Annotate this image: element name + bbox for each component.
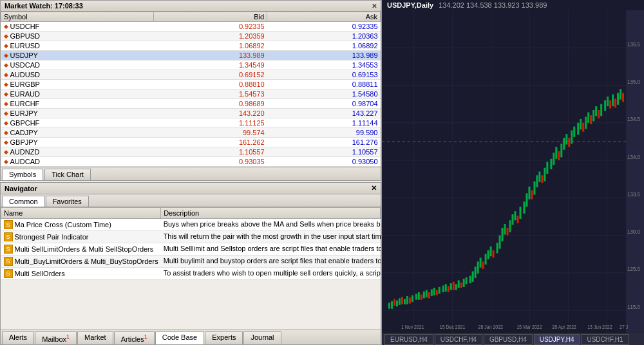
market-watch-row[interactable]: ◆ USDCHF 0.92335 0.92335 (1, 22, 381, 32)
symbol-name: AUDNZD (10, 148, 40, 156)
svg-rect-59 (460, 283, 462, 288)
svg-text:134.0: 134.0 (627, 153, 640, 160)
market-watch-row[interactable]: ◆ EURUSD 1.06892 1.06892 (1, 41, 381, 51)
svg-rect-40 (409, 297, 411, 303)
svg-rect-95 (558, 151, 560, 160)
ask-value: 1.54580 (267, 89, 381, 99)
market-watch-row[interactable]: ◆ CADJPY 99.574 99.590 (1, 128, 381, 138)
nav-item-name: Strongest Pair Indicator (15, 233, 89, 241)
svg-rect-112 (604, 100, 606, 111)
symbol-name: CADJPY (10, 129, 38, 136)
market-watch-row[interactable]: ◆ AUDCAD 0.93035 0.93050 (1, 157, 381, 167)
nav-name-cell: S Multi SellOrders (1, 268, 161, 280)
navigator-row[interactable]: S Multi SellLimitOrders & Multi SellStop… (1, 243, 381, 256)
svg-text:27 J: 27 J (620, 324, 628, 331)
chart-tab-USDCHF-H1[interactable]: USDCHF,H1 (581, 334, 629, 345)
market-watch-close[interactable]: ✕ (372, 3, 377, 10)
svg-rect-55 (450, 283, 452, 290)
nav-tab-common[interactable]: Common (2, 196, 45, 207)
ask-value: 1.06892 (267, 41, 381, 51)
tab-tick-chart[interactable]: Tick Chart (44, 169, 91, 180)
svg-rect-85 (531, 191, 533, 200)
chart-tab-GBPUSD-H4[interactable]: GBPUSD,H4 (484, 334, 533, 345)
bottom-tab-mailbox[interactable]: Mailbox1 (35, 331, 77, 344)
chart-area[interactable]: 135.5 135.0 134.5 134.0 133.5 130.0 125.… (382, 10, 644, 333)
diamond-icon: ◆ (4, 110, 8, 117)
market-watch-row[interactable]: ◆ USDCAD 1.34549 1.34553 (1, 61, 381, 70)
bottom-tab-code-base[interactable]: Code Base (155, 331, 204, 344)
svg-rect-106 (587, 112, 589, 122)
svg-rect-97 (563, 138, 565, 150)
symbol-cell: ◆ USDCAD (1, 61, 154, 70)
col-bid: Bid (154, 12, 267, 22)
chart-tab-USDCHF-H4[interactable]: USDCHF,H4 (435, 334, 482, 345)
svg-rect-48 (431, 289, 433, 295)
symbol-cell: ◆ EURUSD (1, 41, 154, 51)
chart-tab-USDJPY-H4[interactable]: USDJPY,H4 (534, 334, 580, 345)
market-watch-row[interactable]: ◆ EURAUD 1.54573 1.54580 (1, 89, 381, 99)
chart-ohlc: 134.202 134.538 133.923 133.989 (439, 1, 547, 9)
svg-text:15 Dec 2021: 15 Dec 2021 (440, 324, 466, 331)
bottom-tab-experts[interactable]: Experts (205, 331, 243, 344)
svg-text:28 Apr 2022: 28 Apr 2022 (552, 324, 576, 331)
navigator-row[interactable]: S Strongest Pair Indicator This will ret… (1, 231, 381, 243)
bid-value: 1.06892 (154, 41, 267, 51)
svg-rect-16 (626, 10, 644, 333)
navigator-row[interactable]: S Ma Price Cross (Custom Time) Buys when… (1, 219, 381, 231)
market-watch-row[interactable]: ◆ GBPCHF 1.11125 1.11144 (1, 118, 381, 128)
navigator-close[interactable]: ✕ (371, 184, 377, 192)
diamond-icon: ◆ (4, 120, 8, 126)
market-watch-row[interactable]: ◆ EURCHF 0.98689 0.98704 (1, 99, 381, 109)
svg-rect-67 (482, 261, 484, 269)
svg-rect-119 (622, 93, 624, 102)
market-watch-row[interactable]: ◆ USDJPY 133.989 133.989 (1, 51, 381, 61)
svg-rect-111 (600, 104, 602, 117)
bottom-tab-market[interactable]: Market (77, 331, 113, 344)
market-watch-row[interactable]: ◆ EURJPY 143.220 143.227 (1, 109, 381, 118)
ask-value: 133.989 (267, 51, 381, 61)
svg-text:135.5: 135.5 (627, 41, 640, 48)
svg-rect-71 (493, 250, 495, 258)
nav-item-name: Multi SellOrders (15, 270, 65, 277)
navigator-row[interactable]: S Multi SellOrders To assist traders who… (1, 268, 381, 280)
svg-rect-108 (592, 110, 594, 121)
nav-col-name: Name (1, 208, 161, 219)
symbol-cell: ◆ EURAUD (1, 89, 154, 99)
svg-rect-102 (577, 123, 579, 135)
market-watch-row[interactable]: ◆ GBPUSD 1.20359 1.20363 (1, 32, 381, 41)
nav-col-desc: Description (161, 208, 381, 219)
symbol-cell: ◆ EURCHF (1, 99, 154, 109)
symbol-name: AUDUSD (10, 71, 40, 79)
market-watch-row[interactable]: ◆ GBPJPY 161.262 161.276 (1, 138, 381, 147)
market-watch-row[interactable]: ◆ AUDNZD 1.10557 1.10557 (1, 147, 381, 157)
market-watch-row[interactable]: ◆ AUDUSD 0.69152 0.69153 (1, 70, 381, 80)
nav-name-cell: S Strongest Pair Indicator (1, 231, 161, 243)
svg-rect-33 (391, 301, 393, 309)
symbol-cell: ◆ GBPCHF (1, 118, 154, 128)
svg-rect-117 (617, 93, 619, 105)
svg-rect-57 (455, 284, 457, 290)
bid-value: 0.88810 (154, 80, 267, 89)
chart-tab-EURUSD-H4[interactable]: EURUSD,H4 (384, 334, 433, 345)
ask-value: 143.227 (267, 109, 381, 118)
market-watch-row[interactable]: ◆ EURGBP 0.88810 0.88811 (1, 80, 381, 89)
diamond-icon: ◆ (4, 62, 8, 68)
bottom-tab-alerts[interactable]: Alerts (2, 331, 34, 344)
nav-content: Name Description S Ma Price Cross (Custo… (1, 207, 381, 330)
svg-rect-110 (598, 110, 600, 118)
bottom-tab-journal[interactable]: Journal (243, 331, 281, 344)
svg-rect-39 (406, 296, 408, 304)
tab-symbols[interactable]: Symbols (2, 169, 43, 180)
svg-rect-79 (514, 211, 516, 220)
diamond-icon: ◆ (4, 158, 8, 165)
bottom-tab-articles[interactable]: Articles1 (114, 331, 155, 344)
market-watch-header: Market Watch: 17:08:33 ✕ (1, 1, 381, 12)
symbol-name: EURCHF (10, 100, 40, 107)
bid-value: 0.93035 (154, 157, 267, 167)
left-panel: Market Watch: 17:08:33 ✕ Symbol Bid Ask (0, 0, 381, 345)
svg-rect-62 (469, 275, 471, 283)
nav-tab-favorites[interactable]: Favorites (46, 196, 89, 207)
svg-rect-61 (466, 277, 468, 284)
ask-value: 1.20363 (267, 32, 381, 41)
navigator-row[interactable]: S Multi_BuyLimitOrders & Multi_BuyStopOr… (1, 256, 381, 268)
